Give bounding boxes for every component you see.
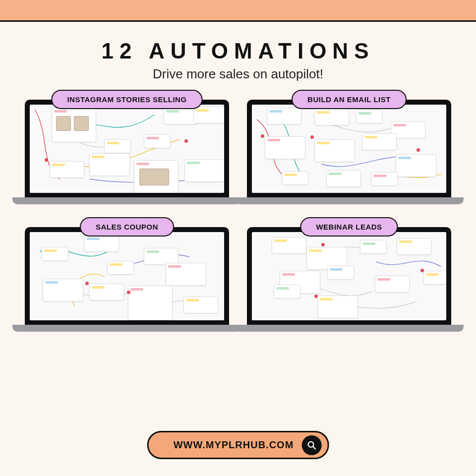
laptop-mockup bbox=[247, 100, 451, 204]
website-pill[interactable]: WWW.MYPLRHUB.COM bbox=[147, 431, 329, 459]
heading-block: 12 AUTOMATIONS Drive more sales on autop… bbox=[0, 39, 476, 82]
laptop-screen-frame bbox=[247, 100, 451, 198]
top-band bbox=[0, 0, 476, 22]
laptop-screen-frame bbox=[25, 100, 229, 198]
tile-label: WEBINAR LEADS bbox=[300, 217, 398, 237]
laptop-mockup bbox=[25, 227, 229, 332]
laptop-base bbox=[235, 197, 463, 204]
page-title: 12 AUTOMATIONS bbox=[0, 39, 476, 63]
tile-label: SALES COUPON bbox=[80, 217, 174, 237]
laptop-mockup bbox=[247, 227, 451, 332]
laptop-screen-frame bbox=[247, 227, 451, 325]
search-icon[interactable] bbox=[301, 435, 321, 455]
page-subtitle: Drive more sales on autopilot! bbox=[0, 66, 476, 82]
tile-email-list: BUILD AN EMAIL LIST bbox=[247, 100, 451, 204]
laptop-mockup bbox=[25, 100, 229, 204]
tile-label: BUILD AN EMAIL LIST bbox=[292, 90, 407, 109]
svg-line-1 bbox=[313, 446, 315, 449]
tile-label: INSTAGRAM STORIES SELLING bbox=[51, 90, 202, 109]
website-url: WWW.MYPLRHUB.COM bbox=[174, 439, 294, 451]
flow-canvas bbox=[252, 232, 446, 320]
automation-grid: INSTAGRAM STORIES SELLING bbox=[25, 100, 451, 332]
laptop-base bbox=[12, 325, 241, 332]
tile-instagram-stories: INSTAGRAM STORIES SELLING bbox=[25, 100, 229, 204]
flow-canvas bbox=[30, 105, 224, 193]
flow-canvas bbox=[252, 105, 446, 193]
laptop-screen-frame bbox=[25, 227, 229, 325]
flow-canvas bbox=[30, 232, 224, 320]
laptop-base bbox=[235, 325, 463, 332]
laptop-base bbox=[12, 197, 241, 204]
tile-webinar-leads: WEBINAR LEADS bbox=[247, 227, 451, 332]
tile-sales-coupon: SALES COUPON bbox=[25, 227, 229, 332]
